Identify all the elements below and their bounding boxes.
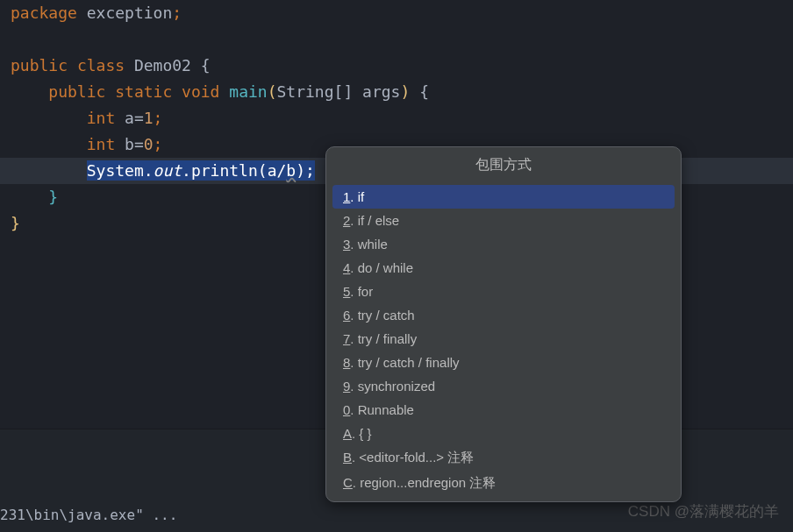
console-output: 231\bin\java.exe" ... bbox=[0, 507, 177, 523]
popup-item-try-finally[interactable]: 7. try / finally bbox=[332, 327, 675, 351]
popup-item-region[interactable]: C. region...endregion 注释 bbox=[332, 471, 675, 496]
code-line: int a=1; bbox=[11, 105, 782, 131]
popup-item-if-else[interactable]: 2. if / else bbox=[332, 209, 675, 232]
popup-item-runnable[interactable]: 0. Runnable bbox=[332, 398, 675, 422]
selection: System.out.println(a/b); bbox=[87, 160, 315, 181]
popup-item-if[interactable]: 1. if bbox=[332, 185, 675, 209]
popup-title: 包围方式 bbox=[326, 147, 681, 181]
code-line-empty bbox=[11, 26, 782, 53]
code-line: public class Demo02 { bbox=[11, 53, 782, 79]
popup-item-try-catch[interactable]: 6. try / catch bbox=[332, 303, 675, 327]
popup-item-braces[interactable]: A. { } bbox=[332, 422, 675, 445]
popup-item-while[interactable]: 3. while bbox=[332, 232, 675, 256]
package-name: exception bbox=[87, 4, 173, 22]
code-line: package exception; bbox=[11, 0, 782, 26]
popup-item-for[interactable]: 5. for bbox=[332, 280, 675, 303]
surround-with-popup: 包围方式 1. if 2. if / else 3. while 4. do /… bbox=[325, 146, 682, 502]
popup-list: 1. if 2. if / else 3. while 4. do / whil… bbox=[326, 181, 681, 501]
watermark: CSDN @落满樱花的羊 bbox=[628, 501, 779, 521]
code-line: public static void main(String[] args) { bbox=[11, 79, 782, 105]
popup-item-try-catch-finally[interactable]: 8. try / catch / finally bbox=[332, 351, 675, 374]
keyword-package: package bbox=[11, 4, 77, 22]
popup-item-editor-fold[interactable]: B. <editor-fold...> 注释 bbox=[332, 445, 675, 471]
popup-item-synchronized[interactable]: 9. synchronized bbox=[332, 374, 675, 398]
popup-item-do-while[interactable]: 4. do / while bbox=[332, 256, 675, 280]
